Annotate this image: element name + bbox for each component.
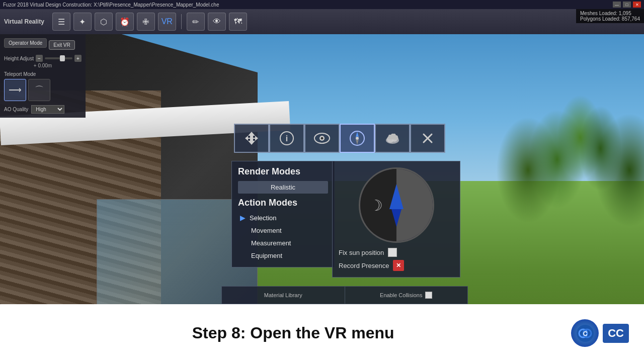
main-toolbar: Virtual Reality ☰ ✦ ⬡ ⏰ ✙ VR ✏ 👁 🗺: [0, 9, 644, 34]
fix-sun-row: Fix sun position: [339, 248, 454, 257]
vr-tool-tools-btn[interactable]: [410, 124, 445, 153]
render-mode-realistic[interactable]: Realistic: [238, 181, 328, 194]
cc-text-badge: CC: [603, 324, 629, 343]
action-item-movement[interactable]: Movement: [238, 224, 328, 237]
vr-tool-eye-btn[interactable]: [304, 124, 340, 153]
action-item-equipment[interactable]: Equipment: [238, 249, 328, 262]
action-item-selection[interactable]: ▶ Selection: [238, 211, 328, 224]
exit-vr-button[interactable]: Exit VR: [49, 40, 74, 50]
vr-tool-info-btn[interactable]: i: [269, 124, 304, 153]
cc-logo: C CC: [571, 319, 629, 347]
teleport-mode-1-button[interactable]: ⟶: [4, 79, 26, 101]
compass-circle: ☽: [359, 167, 434, 243]
svg-point-5: [321, 137, 324, 140]
toolbar-separator-1: [181, 14, 182, 29]
enable-collisions-label: Enable Collisions: [380, 292, 422, 298]
material-library-label: Material Library: [264, 292, 302, 298]
title-bar-text: Fuzor 2018 Virtual Design Construction: …: [3, 2, 613, 8]
enable-collisions-section[interactable]: Enable Collisions: [345, 287, 468, 304]
compass-arrow-up: [389, 184, 404, 209]
meshes-loaded: Meshes Loaded: 1,095: [580, 11, 640, 16]
svg-point-7: [356, 137, 359, 140]
list-icon-btn[interactable]: ☰: [52, 13, 70, 31]
material-library-section[interactable]: Material Library: [222, 287, 345, 304]
svg-text:C: C: [583, 330, 587, 337]
action-label-equipment: Equipment: [251, 252, 282, 259]
render-modes-panel: Render Modes Realistic Action Modes ▶ Se…: [231, 161, 335, 267]
action-item-measurement[interactable]: Measurement: [238, 237, 328, 249]
bottom-toolbar: Material Library Enable Collisions: [221, 286, 468, 304]
svg-marker-0: [245, 132, 258, 145]
height-slider-thumb[interactable]: [60, 55, 65, 61]
action-modes-heading: Action Modes: [238, 198, 328, 208]
operator-mode-button[interactable]: Operator Mode: [4, 38, 47, 48]
record-presence-row: Record Presence ✕: [339, 260, 454, 271]
vr-icon-btn[interactable]: VR: [158, 13, 176, 31]
height-adjust-label: Height Adjust: [4, 56, 34, 61]
teleport-modes: ⟶ ⌒: [4, 79, 82, 101]
clock-icon-btn[interactable]: ⏰: [116, 13, 134, 31]
title-bar-controls: — □ ✕: [613, 2, 641, 8]
close-button[interactable]: ✕: [633, 2, 641, 8]
cc-icon-circle: C: [571, 319, 599, 347]
save-icon-btn[interactable]: ⬡: [95, 13, 113, 31]
fix-sun-label: Fix sun position: [339, 249, 384, 256]
action-label-measurement: Measurement: [251, 239, 291, 247]
vr-tool-cloud-btn[interactable]: [375, 124, 410, 153]
navigate-icon-btn[interactable]: ✙: [137, 13, 155, 31]
record-presence-close-btn[interactable]: ✕: [393, 260, 404, 271]
bottom-bar: Step 8: Open the VR menu C CC: [0, 304, 644, 362]
step-text: Step 8: Open the VR menu: [15, 324, 571, 342]
left-panel: Operator Mode Exit VR Height Adjust − + …: [0, 34, 86, 118]
height-value: + 0.00m: [4, 63, 82, 68]
fix-sun-checkbox[interactable]: [388, 248, 397, 257]
mesh-stats: Meshes Loaded: 1,095 Polygons Loaded: 85…: [576, 9, 644, 23]
maximize-button[interactable]: □: [623, 2, 631, 8]
record-presence-label: Record Presence: [339, 262, 389, 269]
height-minus-button[interactable]: −: [36, 55, 43, 62]
height-slider-track[interactable]: [45, 57, 72, 59]
title-bar: Fuzor 2018 Virtual Design Construction: …: [0, 0, 644, 9]
compass-panel: ☽ Fix sun position Record Presence ✕: [332, 161, 460, 278]
render-modes-heading: Render Modes: [238, 166, 328, 177]
selection-arrow-icon: ▶: [240, 214, 246, 222]
ao-quality-label: AO Quality: [4, 107, 28, 112]
vr-floating-toolbar: i: [234, 124, 445, 153]
height-plus-button[interactable]: +: [74, 55, 82, 62]
ao-quality-select[interactable]: High Medium Low: [31, 105, 64, 114]
teleport-mode-label: Teleport Mode: [4, 71, 82, 77]
action-label-movement: Movement: [251, 227, 282, 234]
enable-collisions-checkbox[interactable]: [425, 292, 432, 299]
vr-title: Virtual Reality: [4, 18, 44, 25]
compass-arrow: [389, 184, 404, 227]
vr-tool-compass-btn[interactable]: [340, 124, 375, 153]
svg-marker-8: [356, 132, 359, 137]
ao-quality-row: AO Quality High Medium Low: [4, 105, 82, 114]
edit-icon-btn[interactable]: ✏: [187, 13, 205, 31]
polygons-loaded: Polygons Loaded: 857,764: [580, 16, 640, 22]
svg-marker-9: [356, 139, 359, 145]
compass-moon-icon: ☽: [369, 197, 383, 214]
compass-arrow-down: [391, 209, 401, 227]
vr-tool-move-btn[interactable]: [234, 124, 269, 153]
minimize-button[interactable]: —: [613, 2, 621, 8]
movement-icon-btn[interactable]: ✦: [73, 13, 92, 31]
svg-text:i: i: [286, 134, 288, 143]
action-label-selection: Selection: [250, 214, 276, 222]
map-icon-btn[interactable]: 🗺: [229, 13, 247, 31]
teleport-mode-2-button[interactable]: ⌒: [28, 79, 50, 101]
eye-icon-btn[interactable]: 👁: [208, 13, 226, 31]
height-adjust-row: Height Adjust − +: [4, 55, 82, 62]
